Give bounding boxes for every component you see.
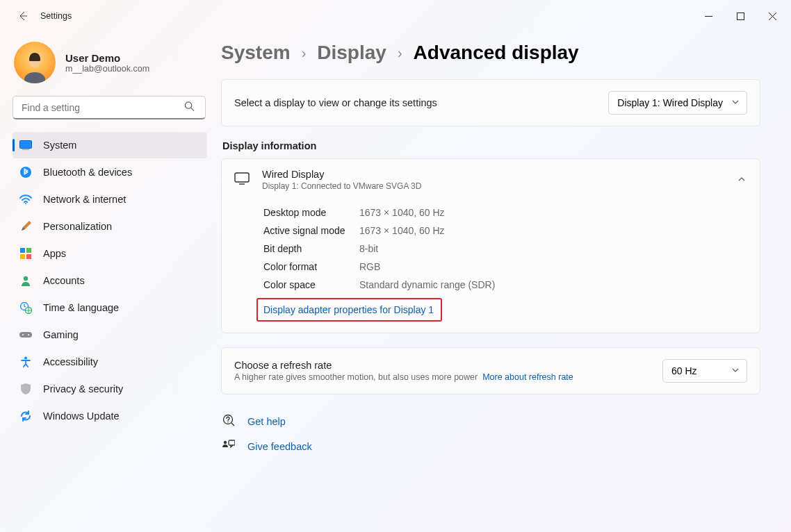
profile-block[interactable]: User Demo m__lab@outlook.com (14, 42, 207, 83)
content: System › Display › Advanced display Sele… (215, 32, 791, 532)
minimize-button[interactable] (692, 5, 724, 27)
nav-label: Bluetooth & devices (43, 167, 132, 178)
prop-row: Bit depth8-bit (263, 240, 746, 258)
nav-update[interactable]: Windows Update (13, 403, 207, 429)
nav-accounts[interactable]: Accounts (13, 267, 207, 294)
search-icon (184, 101, 195, 115)
nav-apps[interactable]: Apps (13, 240, 207, 267)
close-icon (769, 13, 776, 20)
prop-row: Desktop mode1673 × 1040, 60 Hz (263, 203, 746, 222)
shield-icon (19, 383, 32, 395)
nav-list: System Bluetooth & devices Network & int… (13, 132, 207, 430)
get-help-link[interactable]: Get help (221, 408, 760, 434)
svg-point-19 (227, 422, 229, 423)
display-selector-card: Select a display to view or change its s… (221, 79, 760, 126)
display-expander[interactable]: Wired Display Display 1: Connected to VM… (222, 159, 760, 201)
search-box (13, 96, 207, 119)
arrow-left-icon (17, 10, 28, 22)
minimize-icon (705, 13, 712, 20)
svg-rect-3 (22, 149, 29, 151)
svg-rect-7 (26, 248, 31, 253)
breadcrumb-display[interactable]: Display (317, 42, 386, 64)
refresh-more-link[interactable]: More about refresh rate (482, 372, 573, 382)
avatar (14, 42, 56, 83)
get-help-label: Get help (247, 416, 286, 427)
update-icon (19, 410, 32, 422)
aux-links: Get help Give feedback (221, 408, 760, 458)
svg-point-20 (224, 441, 227, 444)
adapter-properties-link[interactable]: Display adapter properties for Display 1 (263, 304, 434, 315)
device-sub: Display 1: Connected to VMware SVGA 3D (262, 181, 421, 191)
svg-point-10 (24, 276, 28, 281)
svg-point-14 (22, 334, 24, 335)
brush-icon (19, 220, 32, 233)
chevron-up-icon (737, 174, 746, 186)
back-button[interactable] (13, 6, 33, 26)
window-title: Settings (40, 11, 72, 21)
display-props: Desktop mode1673 × 1040, 60 Hz Active si… (222, 201, 760, 333)
nav-label: Accounts (43, 275, 85, 286)
select-display-label: Select a display to view or change its s… (234, 97, 437, 108)
svg-point-18 (224, 415, 233, 424)
system-icon (19, 139, 32, 151)
window-controls (692, 5, 788, 27)
person-icon (19, 274, 32, 287)
nav-network[interactable]: Network & internet (13, 186, 207, 213)
nav-label: Network & internet (43, 194, 126, 205)
prop-row: Color formatRGB (263, 258, 746, 276)
svg-point-1 (185, 102, 191, 108)
chevron-right-icon: › (398, 45, 402, 61)
bluetooth-icon (19, 166, 32, 178)
breadcrumb: System › Display › Advanced display (221, 42, 760, 64)
nav-label: Gaming (43, 329, 79, 340)
prop-row: Color spaceStandard dynamic range (SDR) (263, 276, 746, 294)
refresh-title: Choose a refresh rate (234, 360, 573, 371)
nav-personalization[interactable]: Personalization (13, 213, 207, 240)
display-info-card: Wired Display Display 1: Connected to VM… (221, 158, 760, 333)
give-feedback-link[interactable]: Give feedback (221, 434, 760, 458)
svg-point-16 (24, 357, 27, 360)
svg-rect-9 (26, 254, 31, 259)
nav-accessibility[interactable]: Accessibility (13, 349, 207, 375)
svg-rect-2 (20, 141, 32, 149)
monitor-icon (234, 172, 250, 188)
chevron-down-icon (731, 365, 740, 376)
nav-gaming[interactable]: Gaming (13, 322, 207, 348)
gaming-icon (19, 329, 32, 341)
display-info-heading: Display information (222, 140, 760, 151)
nav-system[interactable]: System (13, 132, 207, 158)
svg-point-5 (25, 203, 26, 204)
nav-bluetooth[interactable]: Bluetooth & devices (13, 159, 207, 185)
nav-label: Accessibility (43, 356, 98, 367)
wifi-icon (19, 193, 32, 206)
nav-label: Apps (43, 248, 66, 259)
search-input[interactable] (13, 96, 206, 119)
display-dropdown-value: Display 1: Wired Display (617, 97, 723, 108)
user-email: m__lab@outlook.com (65, 64, 149, 74)
refresh-rate-dropdown[interactable]: 60 Hz (662, 359, 747, 383)
accessibility-icon (19, 356, 32, 368)
refresh-sub: A higher rate gives smoother motion, but… (234, 372, 478, 382)
nav-label: Time & language (43, 302, 119, 313)
help-icon (222, 414, 235, 429)
refresh-rate-card: Choose a refresh rate A higher rate give… (221, 347, 760, 394)
nav-privacy[interactable]: Privacy & security (13, 376, 207, 402)
svg-point-15 (28, 334, 29, 335)
maximize-icon (737, 13, 744, 20)
device-name: Wired Display (262, 169, 421, 180)
titlebar: Settings (0, 0, 791, 32)
display-dropdown[interactable]: Display 1: Wired Display (608, 91, 747, 115)
feedback-icon (222, 440, 235, 453)
breadcrumb-system[interactable]: System (221, 42, 291, 64)
user-name: User Demo (65, 52, 149, 64)
maximize-button[interactable] (724, 5, 756, 27)
close-button[interactable] (756, 5, 788, 27)
page-title: Advanced display (414, 42, 579, 64)
nav-label: System (43, 140, 76, 151)
nav-time[interactable]: Time & language (13, 294, 207, 321)
nav-label: Personalization (43, 221, 112, 232)
svg-rect-21 (229, 440, 235, 445)
chevron-right-icon: › (302, 45, 307, 61)
nav-label: Windows Update (43, 410, 120, 422)
apps-icon (19, 247, 32, 260)
